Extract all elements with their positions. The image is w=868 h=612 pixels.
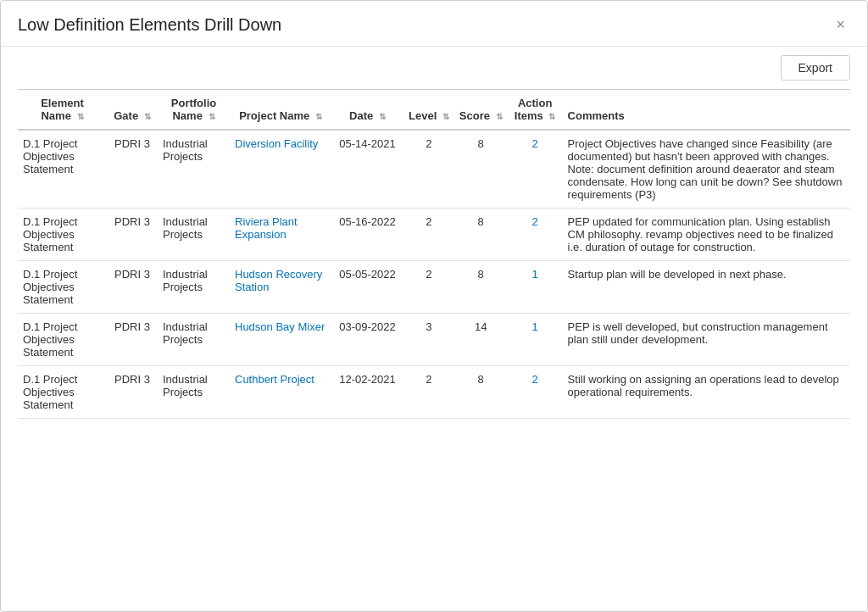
cell-comments: Project Objectives have changed since Fe… <box>563 130 850 209</box>
action-items-link[interactable]: 2 <box>531 215 537 228</box>
cell-level: 2 <box>403 209 454 261</box>
close-button[interactable]: × <box>831 14 850 36</box>
cell-project-name[interactable]: Diversion Facility <box>230 130 331 209</box>
col-header-element-name[interactable]: ElementName ⇅ <box>18 90 107 131</box>
cell-action-items[interactable]: 1 <box>508 314 563 366</box>
sort-icon-gate: ⇅ <box>144 112 151 121</box>
action-items-link[interactable]: 2 <box>531 373 537 386</box>
table-header-row: ElementName ⇅ Gate ⇅ PortfolioName ⇅ Pro… <box>18 90 850 131</box>
cell-comments: Startup plan will be developed in next p… <box>563 261 850 314</box>
col-header-portfolio-name[interactable]: PortfolioName ⇅ <box>158 90 230 131</box>
cell-portfolio-name: Industrial Projects <box>158 209 230 261</box>
col-header-score[interactable]: Score ⇅ <box>454 90 508 131</box>
export-button[interactable]: Export <box>781 55 850 81</box>
cell-project-name[interactable]: Hudson Bay Mixer <box>230 314 331 366</box>
cell-element-name: D.1 Project Objectives Statement <box>18 366 107 419</box>
cell-score: 8 <box>454 130 508 209</box>
cell-gate: PDRI 3 <box>107 209 158 261</box>
cell-level: 2 <box>403 366 454 419</box>
table-row: D.1 Project Objectives StatementPDRI 3In… <box>18 366 850 419</box>
cell-score: 8 <box>454 261 508 314</box>
sort-icon-project: ⇅ <box>315 112 322 121</box>
sort-icon-element: ⇅ <box>77 112 84 121</box>
cell-portfolio-name: Industrial Projects <box>158 130 230 209</box>
cell-score: 14 <box>454 314 508 366</box>
cell-comments: PEP updated for communication plan. Usin… <box>563 209 850 261</box>
cell-date: 12-02-2021 <box>331 366 403 419</box>
table-row: D.1 Project Objectives StatementPDRI 3In… <box>18 130 850 209</box>
cell-level: 3 <box>403 314 454 366</box>
cell-gate: PDRI 3 <box>107 261 158 314</box>
cell-project-name[interactable]: Riviera Plant Expansion <box>230 209 331 261</box>
col-header-comments: Comments <box>563 90 850 131</box>
cell-action-items[interactable]: 2 <box>508 130 563 209</box>
cell-action-items[interactable]: 2 <box>508 209 563 261</box>
cell-project-name[interactable]: Cuthbert Project <box>230 366 331 419</box>
sort-icon-score: ⇅ <box>496 112 503 121</box>
modal-title: Low Definition Elements Drill Down <box>18 15 281 35</box>
project-name-link[interactable]: Riviera Plant Expansion <box>235 215 298 241</box>
table-row: D.1 Project Objectives StatementPDRI 3In… <box>18 314 850 366</box>
cell-score: 8 <box>454 209 508 261</box>
cell-element-name: D.1 Project Objectives Statement <box>18 314 107 366</box>
cell-date: 03-09-2022 <box>331 314 403 366</box>
cell-element-name: D.1 Project Objectives Statement <box>18 261 107 314</box>
cell-gate: PDRI 3 <box>107 314 158 366</box>
action-items-link[interactable]: 2 <box>531 137 537 150</box>
project-name-link[interactable]: Cuthbert Project <box>235 373 314 386</box>
cell-gate: PDRI 3 <box>107 366 158 419</box>
cell-portfolio-name: Industrial Projects <box>158 314 230 366</box>
cell-element-name: D.1 Project Objectives Statement <box>18 130 107 209</box>
modal-container: Low Definition Elements Drill Down × Exp… <box>0 0 868 612</box>
action-items-link[interactable]: 1 <box>531 320 537 333</box>
cell-action-items[interactable]: 1 <box>508 261 563 314</box>
cell-score: 8 <box>454 366 508 419</box>
col-header-level[interactable]: Level ⇅ <box>403 90 454 131</box>
table-row: D.1 Project Objectives StatementPDRI 3In… <box>18 209 850 261</box>
sort-icon-action: ⇅ <box>548 112 555 121</box>
cell-comments: PEP is well developed, but construction … <box>563 314 850 366</box>
sort-icon-level: ⇅ <box>442 112 449 121</box>
table-row: D.1 Project Objectives StatementPDRI 3In… <box>18 261 850 314</box>
project-name-link[interactable]: Hudson Recovery Station <box>235 268 322 293</box>
cell-date: 05-16-2022 <box>331 209 403 261</box>
cell-comments: Still working on assigning an operations… <box>563 366 850 419</box>
cell-level: 2 <box>403 130 454 209</box>
cell-portfolio-name: Industrial Projects <box>158 261 230 314</box>
table-container: ElementName ⇅ Gate ⇅ PortfolioName ⇅ Pro… <box>1 89 867 436</box>
col-header-action-items[interactable]: ActionItems ⇅ <box>508 90 563 131</box>
cell-date: 05-05-2022 <box>331 261 403 314</box>
col-header-date[interactable]: Date ⇅ <box>331 90 403 131</box>
cell-element-name: D.1 Project Objectives Statement <box>18 209 107 261</box>
col-header-project-name[interactable]: Project Name ⇅ <box>230 90 331 131</box>
cell-action-items[interactable]: 2 <box>508 366 563 419</box>
cell-project-name[interactable]: Hudson Recovery Station <box>230 261 331 314</box>
sort-icon-date: ⇅ <box>379 112 386 121</box>
cell-level: 2 <box>403 261 454 314</box>
sort-icon-portfolio: ⇅ <box>209 112 215 121</box>
toolbar: Export <box>1 47 867 89</box>
modal-header: Low Definition Elements Drill Down × <box>1 1 867 47</box>
col-header-gate[interactable]: Gate ⇅ <box>107 90 158 131</box>
cell-portfolio-name: Industrial Projects <box>158 366 230 419</box>
action-items-link[interactable]: 1 <box>531 268 537 281</box>
cell-date: 05-14-2021 <box>331 130 403 209</box>
project-name-link[interactable]: Diversion Facility <box>235 137 318 150</box>
cell-gate: PDRI 3 <box>107 130 158 209</box>
project-name-link[interactable]: Hudson Bay Mixer <box>235 320 325 333</box>
data-table: ElementName ⇅ Gate ⇅ PortfolioName ⇅ Pro… <box>18 89 850 419</box>
